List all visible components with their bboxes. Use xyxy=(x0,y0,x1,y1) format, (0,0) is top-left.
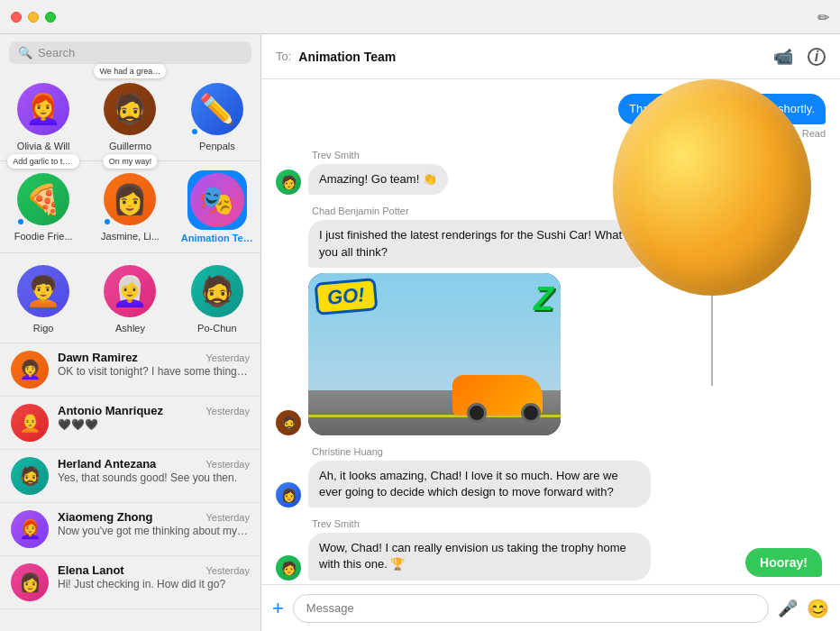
conversation-item-antonio[interactable]: 🧑‍🦲 Antonio Manriquez Yesterday 🖤🖤🖤 xyxy=(0,397,260,450)
avatar: 🧔 xyxy=(191,265,243,317)
conversation-list: 👩‍🦱 Dawn Ramirez Yesterday OK to visit t… xyxy=(0,343,260,631)
avatar-wrapper: 👩‍🦳 xyxy=(101,262,159,320)
pinned-name: Olivia & Will xyxy=(17,141,70,151)
conv-preview: Now you've got me thinking about my next… xyxy=(58,525,250,537)
message-group-trev2: Trev Smith 🧑 Wow, Chad! I can really env… xyxy=(276,518,826,580)
message-input[interactable] xyxy=(293,594,769,623)
conv-content: Elena Lanot Yesterday Hi! Just checking … xyxy=(58,563,250,590)
conv-header: Dawn Ramirez Yesterday xyxy=(58,351,250,364)
message-bubble: Thanks, Christine. I'll review shortly. xyxy=(618,94,826,124)
conversation-item-herland[interactable]: 🧔 Herland Antezana Yesterday Yes, that s… xyxy=(0,450,260,503)
message-group-trev1: Trev Smith 🧑 Amazing! Go team! 👏 xyxy=(276,150,826,195)
sender-avatar: 👩 xyxy=(276,482,301,508)
add-attachment-button[interactable]: + xyxy=(272,597,284,620)
chat-recipient-name: Animation Team xyxy=(298,50,396,64)
pinned-name: Penpals xyxy=(199,141,235,151)
fullscreen-button[interactable] xyxy=(45,12,56,23)
pinned-guillermo[interactable]: We had a great time. Home with... 🧔 Guil… xyxy=(87,75,173,157)
conv-content: Dawn Ramirez Yesterday OK to visit tonig… xyxy=(58,351,250,378)
conv-time: Yesterday xyxy=(205,565,250,576)
pinned-name: Ashley xyxy=(115,323,145,334)
speech-bubble-jasmine: On my way! xyxy=(104,154,158,169)
sender-avatar: 🧑 xyxy=(276,555,301,581)
pinned-name: Animation Team xyxy=(181,233,253,243)
video-call-icon[interactable]: 📹 xyxy=(773,47,793,67)
avatar: 👩 xyxy=(104,173,156,225)
pinned-name: Po-Chun xyxy=(197,323,236,334)
sender-name: Trev Smith xyxy=(312,518,826,529)
conv-preview: Hi! Just checking in. How did it go? xyxy=(58,578,250,590)
avatar: 🧔 xyxy=(104,83,156,135)
message-content: I just finished the latest renderings fo… xyxy=(308,220,651,434)
pinned-contacts-row3: 🧑‍🦱 Rigo 👩‍🦳 Ashley 🧔 xyxy=(0,253,260,343)
avatar: 🎭 xyxy=(190,173,244,227)
sushi-car-visual: GO! Z xyxy=(308,273,561,435)
sidebar: 🔍 Search 👩‍🦰 Olivia & Will We had a grea… xyxy=(0,34,261,631)
conv-time: Yesterday xyxy=(205,352,250,363)
conv-name: Herland Antezana xyxy=(58,457,156,471)
emoji-picker-button[interactable]: 😊 xyxy=(807,598,829,619)
message-group-chad1: Chad Benjamin Potter 🧔 I just finished t… xyxy=(276,206,826,434)
read-receipt: Read xyxy=(276,128,826,139)
compose-icon[interactable]: ✏ xyxy=(817,8,829,25)
avatar: 👩‍🦰 xyxy=(11,510,49,548)
pinned-penpals[interactable]: ✏️ Penpals xyxy=(174,75,260,157)
pinned-po-chun[interactable]: 🧔 Po-Chun xyxy=(174,257,260,339)
unread-badge xyxy=(103,217,112,226)
speech-bubble-guillermo: We had a great time. Home with... xyxy=(94,64,166,78)
sender-name: Christine Huang xyxy=(312,446,826,457)
sender-avatar: 🧑 xyxy=(276,169,301,195)
pinned-olivia-will[interactable]: 👩‍🦰 Olivia & Will xyxy=(0,75,87,157)
conv-preview: Yes, that sounds good! See you then. xyxy=(58,471,250,484)
avatar: 👩‍🦱 xyxy=(11,351,49,389)
avatar: 🍕 xyxy=(17,173,69,225)
pinned-foodie-friends[interactable]: Add garlic to the butter, and then... 🍕 … xyxy=(0,165,87,249)
conv-time: Yesterday xyxy=(205,406,250,416)
pinned-animation-team[interactable]: 🎭 Animation Team xyxy=(174,165,260,249)
traffic-lights xyxy=(11,12,56,23)
chat-title-area: To: Animation Team xyxy=(276,50,396,64)
avatar: 👩‍🦰 xyxy=(17,83,69,135)
search-label: Search xyxy=(38,46,75,59)
conv-time: Yesterday xyxy=(205,459,250,470)
conversation-item-elena[interactable]: 👩 Elena Lanot Yesterday Hi! Just checkin… xyxy=(0,556,260,609)
pinned-jasmine[interactable]: On my way! 👩 Jasmine, Li... xyxy=(87,165,173,249)
pinned-rigo[interactable]: 🧑‍🦱 Rigo xyxy=(0,257,87,339)
sender-name: Trev Smith xyxy=(312,150,826,160)
title-bar: ✏ xyxy=(0,0,840,34)
message-row: 🧔 I just finished the latest renderings … xyxy=(276,220,826,434)
search-bar[interactable]: 🔍 Search xyxy=(9,41,251,64)
conversation-item-dawn[interactable]: 👩‍🦱 Dawn Ramirez Yesterday OK to visit t… xyxy=(0,343,260,397)
go-sticker: GO! xyxy=(315,278,378,316)
message-bubble: Amazing! Go team! 👏 xyxy=(308,164,448,195)
message-row: 🧑 Amazing! Go team! 👏 xyxy=(276,164,826,195)
message-group-outgoing1: Thanks, Christine. I'll review shortly. … xyxy=(276,94,826,139)
avatar: 👩 xyxy=(11,563,49,601)
avatar-wrapper: 🍕 xyxy=(14,170,72,228)
z-sticker: Z xyxy=(534,280,553,318)
message-bubble: Wow, Chad! I can really envision us taki… xyxy=(308,533,651,580)
message-row: Thanks, Christine. I'll review shortly. xyxy=(276,94,826,124)
avatar: 🧔 xyxy=(11,457,49,495)
avatar-wrapper: 🎭 xyxy=(187,170,247,230)
chat-header: To: Animation Team 📹 i xyxy=(261,34,840,79)
voice-message-button[interactable]: 🎤 xyxy=(778,599,798,618)
hooray-message: Hooray! xyxy=(745,548,822,577)
app-container: 🔍 Search 👩‍🦰 Olivia & Will We had a grea… xyxy=(0,34,840,631)
conversation-item-xiaomeng[interactable]: 👩‍🦰 Xiaomeng Zhong Yesterday Now you've … xyxy=(0,503,260,556)
info-icon[interactable]: i xyxy=(808,48,826,66)
pinned-contacts-row2: Add garlic to the butter, and then... 🍕 … xyxy=(0,161,260,253)
unread-badge xyxy=(16,217,25,226)
pinned-ashley[interactable]: 👩‍🦳 Ashley xyxy=(87,257,173,339)
image-message: GO! Z xyxy=(308,273,561,435)
message-row: 👩 Ah, it looks amazing, Chad! I love it … xyxy=(276,461,826,508)
speech-bubble-foodie: Add garlic to the butter, and then... xyxy=(7,154,79,169)
minimize-button[interactable] xyxy=(28,12,39,23)
pinned-name: Guillermo xyxy=(109,141,151,151)
conv-name: Dawn Ramirez xyxy=(58,351,138,364)
close-button[interactable] xyxy=(11,12,22,23)
sender-avatar: 🧔 xyxy=(276,410,301,435)
conv-name: Antonio Manriquez xyxy=(58,404,163,417)
to-label: To: xyxy=(276,50,291,63)
conv-preview: 🖤🖤🖤 xyxy=(58,418,250,431)
